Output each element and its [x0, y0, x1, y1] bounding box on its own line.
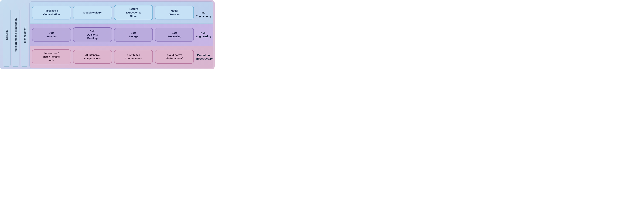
card-model-services-label: Model Services — [169, 9, 180, 16]
banners-panel: Security Versioning and Traceability Man… — [2, 2, 30, 68]
section-execution-infrastructure: Interactive / batch / online tools AI-In… — [30, 46, 213, 68]
banner-management-label: Management — [23, 27, 26, 43]
card-model-registry: Model Registry — [73, 6, 112, 20]
banner-security: Security — [3, 3, 10, 66]
banner-versioning: Versioning and Traceability — [12, 3, 20, 66]
banner-security-label: Security — [5, 30, 8, 40]
card-pipelines-label: Pipelines & Orchestration — [43, 9, 60, 16]
diagram-container: Security Versioning and Traceability Man… — [0, 0, 215, 70]
label-data-engineering: Data Engineering — [196, 31, 211, 38]
card-ai-intensive-label: AI-Intensive computations — [84, 53, 101, 60]
card-feature-extraction: Feature Extraction & Store — [114, 5, 153, 20]
label-data-engineering-text: Data Engineering — [196, 31, 211, 38]
card-interactive-batch: Interactive / batch / online tools — [32, 50, 71, 64]
card-model-services: Model Services — [155, 6, 194, 20]
label-execution-infrastructure-text: Execution Infrastructure — [196, 54, 213, 60]
card-cloud-native-label: Cloud-native Platform (K8S) — [166, 53, 183, 60]
card-pipelines: Pipelines & Orchestration — [32, 6, 71, 20]
card-data-processing: Data Processing — [155, 28, 194, 42]
banner-management: Management — [21, 3, 28, 66]
card-distributed-label: Distributed Computations — [125, 53, 142, 60]
card-cloud-native: Cloud-native Platform (K8S) — [155, 50, 194, 64]
card-data-quality: Data Quality & Profiling — [73, 27, 112, 42]
sections-container: Pipelines & Orchestration Model Registry… — [30, 2, 213, 68]
card-data-storage-label: Data Storage — [128, 31, 138, 38]
card-ai-intensive: AI-Intensive computations — [73, 50, 112, 64]
card-data-services: Data Services — [32, 28, 71, 42]
card-distributed: Distributed Computations — [114, 50, 153, 64]
card-data-storage: Data Storage — [114, 28, 153, 42]
banner-versioning-label: Versioning and Traceability — [14, 18, 17, 52]
card-feature-extraction-label: Feature Extraction & Store — [126, 7, 141, 18]
label-execution-infrastructure: Execution Infrastructure — [196, 54, 211, 60]
card-model-registry-label: Model Registry — [84, 11, 102, 14]
label-ml-engineering: ML Engineering — [196, 7, 211, 18]
card-interactive-batch-label: Interactive / batch / online tools — [43, 52, 60, 62]
card-data-services-label: Data Services — [46, 31, 57, 38]
label-ml-engineering-text: ML Engineering — [196, 11, 211, 18]
card-data-quality-label: Data Quality & Profiling — [87, 30, 98, 40]
section-ml-engineering: Pipelines & Orchestration Model Registry… — [30, 2, 213, 24]
card-data-processing-label: Data Processing — [168, 31, 181, 38]
section-data-engineering: Data Services Data Quality & Profiling D… — [30, 24, 213, 46]
